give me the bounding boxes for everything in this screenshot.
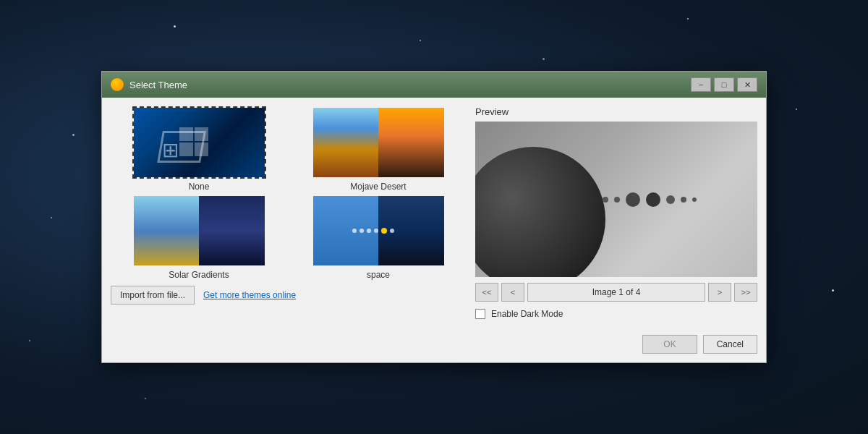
- cancel-button[interactable]: Cancel: [703, 335, 757, 354]
- preview-page-indicator: Image 1 of 4: [527, 283, 705, 302]
- theme-label-none: None: [189, 182, 210, 192]
- close-button[interactable]: ✕: [737, 77, 757, 92]
- mojave-left-half: [313, 108, 379, 177]
- theme-thumbnail-mojave: [312, 106, 446, 179]
- dialog-title: Select Theme: [129, 80, 685, 90]
- solar-preview-image: [134, 196, 265, 265]
- theme-item-mojave[interactable]: Mojave Desert: [290, 106, 467, 192]
- preview-dot-medium: [666, 195, 675, 204]
- theme-list-panel: None Mojave Desert: [111, 106, 475, 319]
- preview-dots: [603, 192, 697, 207]
- preview-next-button[interactable]: >: [708, 283, 731, 302]
- preview-image-display: [475, 122, 757, 277]
- import-from-file-button[interactable]: Import from file...: [111, 286, 195, 305]
- solar-left-half: [134, 196, 200, 265]
- space-dot-4: [374, 229, 378, 233]
- preview-last-button[interactable]: >>: [734, 283, 757, 302]
- get-themes-online-link[interactable]: Get more themes online: [203, 290, 296, 300]
- theme-item-solar[interactable]: Solar Gradients: [111, 195, 287, 280]
- theme-thumbnail-none: [132, 106, 266, 179]
- dialog-footer: OK Cancel: [102, 328, 766, 362]
- mojave-preview-image: [313, 108, 444, 177]
- theme-thumbnail-space: [312, 195, 446, 267]
- preview-heading: Preview: [475, 106, 757, 117]
- dark-mode-row: Enable Dark Mode: [475, 309, 757, 319]
- preview-navigation: << < Image 1 of 4 > >>: [475, 283, 757, 302]
- restore-button[interactable]: □: [714, 77, 734, 92]
- theme-label-mojave: Mojave Desert: [350, 182, 406, 192]
- preview-dot-small-1: [603, 197, 608, 203]
- dark-mode-label: Enable Dark Mode: [491, 309, 563, 319]
- window-controls: − □ ✕: [691, 77, 757, 92]
- space-dots: [352, 228, 394, 234]
- theme-label-space: space: [367, 270, 390, 280]
- preview-dot-large-1: [626, 192, 640, 207]
- space-preview-image: [313, 196, 444, 265]
- preview-dot-small-2: [614, 197, 620, 203]
- preview-dot-small-4: [692, 197, 697, 202]
- minimize-button[interactable]: −: [691, 77, 711, 92]
- mojave-right-half: [378, 108, 444, 177]
- preview-first-button[interactable]: <<: [475, 283, 498, 302]
- theme-item-space[interactable]: space: [290, 195, 467, 280]
- select-theme-dialog: Select Theme − □ ✕: [101, 71, 767, 363]
- title-bar: Select Theme − □ ✕: [102, 72, 766, 98]
- windows-logo-icon: [179, 127, 208, 156]
- preview-prev-button[interactable]: <: [501, 283, 524, 302]
- none-preview-image: [134, 108, 265, 177]
- theme-thumbnail-solar: [132, 195, 266, 267]
- preview-dot-small-3: [681, 197, 686, 203]
- space-dot-active: [381, 228, 387, 234]
- solar-right-half: [199, 196, 265, 265]
- preview-panel: Preview: [475, 106, 757, 319]
- bottom-action-bar: Import from file... Get more themes onli…: [111, 286, 467, 305]
- space-dot-1: [352, 229, 357, 233]
- theme-item-none[interactable]: None: [111, 106, 287, 192]
- space-dot-3: [367, 229, 371, 233]
- ok-button[interactable]: OK: [642, 335, 697, 354]
- app-icon: [111, 78, 124, 91]
- space-dot-2: [359, 229, 364, 233]
- preview-dot-large-2: [646, 192, 660, 207]
- dialog-body: None Mojave Desert: [102, 98, 766, 328]
- dark-mode-checkbox[interactable]: [475, 309, 485, 319]
- theme-label-solar: Solar Gradients: [169, 270, 229, 280]
- space-dot-5: [390, 229, 394, 233]
- theme-grid: None Mojave Desert: [111, 106, 467, 280]
